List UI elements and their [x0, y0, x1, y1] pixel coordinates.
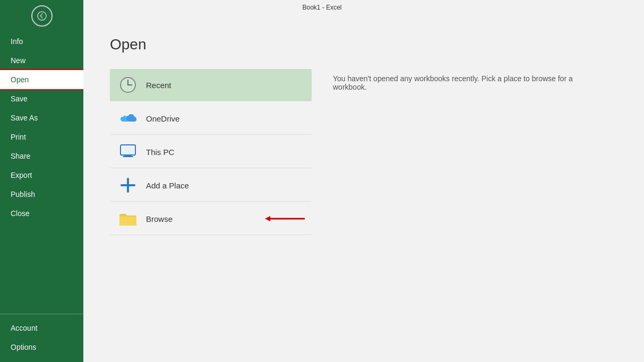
sidebar-item-close[interactable]: Close [0, 204, 83, 223]
add-place-icon [118, 176, 138, 195]
sidebar-item-save-as[interactable]: Save As [0, 108, 83, 127]
sidebar-item-info[interactable]: Info [0, 32, 83, 51]
sidebar-item-export[interactable]: Export [0, 166, 83, 185]
sidebar-separator [0, 314, 83, 314]
red-arrow-icon [260, 213, 307, 224]
svg-rect-7 [123, 156, 133, 157]
browse-row: Browse [110, 203, 312, 235]
locations-list: Recent OneDrive [110, 69, 312, 337]
sidebar-item-new[interactable]: New [0, 51, 83, 70]
thispc-label: This PC [146, 148, 174, 157]
location-add-place[interactable]: Add a Place [110, 169, 312, 202]
sidebar-bottom: Account Options [0, 318, 83, 357]
open-panel: Recent OneDrive [110, 69, 617, 337]
clock-icon [118, 75, 138, 94]
back-button[interactable] [31, 5, 53, 27]
location-browse[interactable]: Browse [110, 203, 255, 235]
empty-message: You haven't opened any workbooks recentl… [333, 69, 598, 337]
location-recent[interactable]: Recent [110, 69, 312, 101]
sidebar: Info New Open Save Save As Print Share E… [0, 0, 83, 362]
main-content: Open Recent [83, 15, 644, 362]
onedrive-label: OneDrive [146, 114, 179, 123]
sidebar-item-save[interactable]: Save [0, 89, 83, 108]
browse-arrow-annotation [260, 213, 307, 224]
sidebar-item-options[interactable]: Options [0, 338, 83, 357]
pc-icon [118, 142, 138, 161]
sidebar-spacer [0, 223, 83, 309]
sidebar-item-publish[interactable]: Publish [0, 185, 83, 204]
app-title: Book1 - Excel [302, 4, 341, 11]
title-bar: Book1 - Excel [0, 0, 644, 15]
onedrive-icon [118, 109, 138, 128]
sidebar-item-share[interactable]: Share [0, 146, 83, 166]
page-title: Open [110, 36, 617, 53]
folder-icon [118, 209, 138, 228]
svg-point-0 [38, 12, 46, 20]
addplace-label: Add a Place [146, 181, 189, 190]
svg-rect-5 [123, 146, 133, 153]
browse-label: Browse [146, 214, 173, 223]
back-arrow-icon [37, 11, 47, 21]
svg-rect-6 [124, 155, 132, 156]
sidebar-item-print[interactable]: Print [0, 127, 83, 146]
recent-label: Recent [146, 81, 171, 90]
sidebar-item-open[interactable]: Open [0, 70, 83, 89]
svg-marker-11 [265, 216, 270, 221]
sidebar-item-account[interactable]: Account [0, 318, 83, 338]
location-onedrive[interactable]: OneDrive [110, 102, 312, 135]
location-this-pc[interactable]: This PC [110, 136, 312, 168]
